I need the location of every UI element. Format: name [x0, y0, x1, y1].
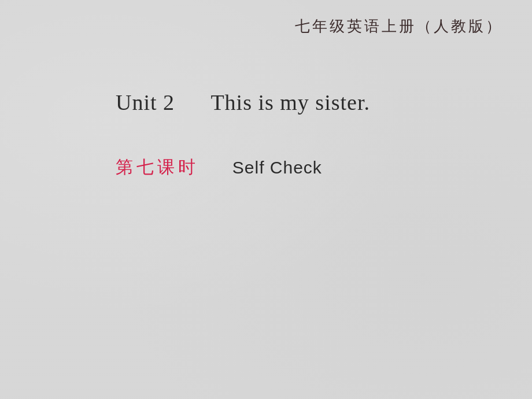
unit-description: This is my sister.: [210, 90, 370, 114]
page-header-title: 七年级英语上册（人教版）: [295, 16, 503, 36]
lesson-subtitle: 第七课时 Self Check: [116, 156, 370, 179]
lesson-english-label: Self Check: [232, 158, 322, 178]
main-content: Unit 2 This is my sister. 第七课时 Self Chec…: [116, 90, 370, 179]
lesson-chinese-label: 第七课时: [116, 156, 199, 179]
unit-title: Unit 2 This is my sister.: [116, 90, 370, 115]
unit-label: Unit 2: [116, 90, 175, 114]
